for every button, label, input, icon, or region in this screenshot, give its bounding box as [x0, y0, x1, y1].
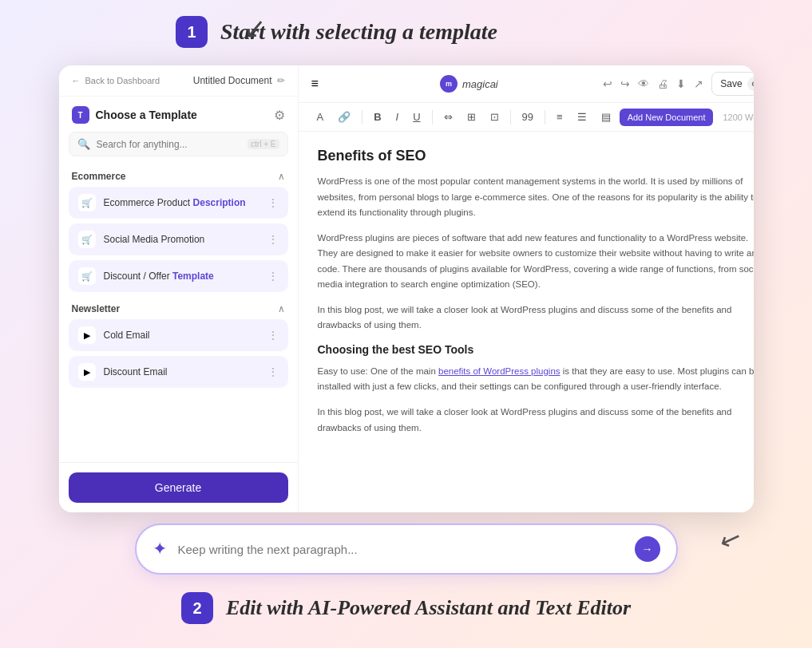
- ai-input[interactable]: [178, 543, 624, 556]
- editor-content[interactable]: Benefits of SEO WordPress is one of the …: [299, 132, 754, 512]
- template-item-left: ▶ Discount Email: [78, 363, 168, 381]
- format-align-center-btn[interactable]: ☰: [572, 108, 592, 126]
- format-divider-4: [545, 110, 545, 124]
- format-link-btn[interactable]: 🔗: [332, 108, 356, 126]
- view-icon[interactable]: 👁: [638, 77, 649, 90]
- template-icon: 🛒: [78, 267, 96, 285]
- generate-button[interactable]: Generate: [69, 472, 288, 503]
- search-bar: 🔍 ctrl + E: [69, 132, 288, 156]
- format-align-right-btn[interactable]: ▤: [596, 108, 616, 126]
- category-newsletter[interactable]: Newsletter ∧: [69, 297, 288, 319]
- template-name: Ecommerce Product Description: [104, 197, 246, 208]
- step2-badge: 2: [181, 592, 213, 624]
- template-more-icon[interactable]: ⋮: [267, 365, 279, 378]
- doc-title-area: Untitled Document ✏: [193, 75, 285, 86]
- template-name: Discount / Offer Template: [104, 271, 214, 282]
- logo-icon: m: [440, 75, 457, 93]
- step1-header: ↙ 1 Start with selecting a template: [176, 16, 497, 48]
- template-item-discount[interactable]: 🛒 Discount / Offer Template ⋮: [69, 260, 288, 292]
- template-name: Social Media Promotion: [104, 234, 205, 245]
- logo-text: magicai: [462, 78, 498, 90]
- sidebar-toggle-icon[interactable]: ≡: [311, 77, 335, 91]
- arrow-decoration-2: ↙: [715, 521, 746, 557]
- format-table-btn[interactable]: ⊞: [461, 108, 481, 126]
- back-label: Back to Dashboard: [85, 76, 160, 85]
- template-icon: ▶: [78, 363, 96, 381]
- template-item-ecommerce-desc[interactable]: 🛒 Ecommerce Product Description ⋮: [69, 187, 288, 219]
- template-more-icon[interactable]: ⋮: [267, 196, 279, 209]
- editor-logo: m magicai: [440, 75, 498, 93]
- word-count: 1200 Words: [723, 113, 753, 122]
- search-input[interactable]: [97, 139, 242, 150]
- download-icon[interactable]: ⬇: [676, 77, 686, 90]
- back-to-dashboard[interactable]: ← Back to Dashboard: [72, 76, 160, 85]
- doc-para-5: In this blog post, we will take a closer…: [318, 405, 754, 436]
- format-link2-btn[interactable]: ⇔: [438, 108, 458, 126]
- save-label: Save: [720, 78, 742, 89]
- step1-badge: 1: [176, 16, 208, 48]
- step2-footer: 2 Edit with AI-Powered Assistant and Tex…: [181, 592, 631, 624]
- doc-para-4: Easy to use: One of the main benefits of…: [318, 364, 754, 395]
- ecommerce-chevron-icon: ∧: [278, 171, 285, 182]
- format-counter-btn[interactable]: 99: [517, 108, 539, 126]
- save-icon: ⊕: [747, 77, 754, 91]
- template-more-icon[interactable]: ⋮: [267, 270, 279, 283]
- sidebar-nav: ← Back to Dashboard Untitled Document ✏: [59, 65, 298, 97]
- redo-icon[interactable]: ↪: [620, 77, 630, 90]
- share-icon[interactable]: ↗: [694, 77, 703, 90]
- main-wrapper: ↙ 1 Start with selecting a template ← Ba…: [0, 0, 812, 648]
- format-image-btn[interactable]: ⊡: [485, 108, 505, 126]
- format-divider: [362, 110, 362, 124]
- doc-para-1: WordPress is one of the most popular con…: [318, 174, 754, 221]
- ecommerce-label: Ecommerce: [72, 171, 126, 182]
- doc-para-2: WordPress plugins are pieces of software…: [318, 231, 754, 293]
- format-bold-btn[interactable]: B: [368, 108, 386, 126]
- undo-icon[interactable]: ↩: [603, 77, 612, 90]
- toolbar-right: ↩ ↪ 👁 🖨 ⬇ ↗ Save ⊕: [603, 72, 753, 96]
- doc-para4-link[interactable]: benefits of WordPress plugins: [438, 366, 560, 376]
- template-item-left: ▶ Cold Email: [78, 326, 150, 344]
- print-icon[interactable]: 🖨: [657, 77, 668, 90]
- ai-send-button[interactable]: →: [635, 536, 660, 562]
- ai-input-bar: ✦ →: [135, 524, 678, 575]
- format-underline-btn[interactable]: U: [407, 108, 426, 126]
- ai-sparkle-icon: ✦: [152, 539, 167, 559]
- format-text-btn[interactable]: A: [311, 108, 330, 126]
- sidebar: ← Back to Dashboard Untitled Document ✏ …: [59, 65, 299, 512]
- sidebar-footer: Generate: [59, 462, 298, 512]
- format-divider-3: [510, 110, 511, 124]
- template-title-group: T Choose a Template: [72, 106, 197, 124]
- newsletter-label: Newsletter: [72, 303, 121, 314]
- template-item-cold-email[interactable]: ▶ Cold Email ⋮: [69, 319, 288, 351]
- category-ecommerce[interactable]: Ecommerce ∧: [69, 164, 288, 187]
- format-italic-btn[interactable]: I: [390, 108, 405, 126]
- doc-para4-before: Easy to use: One of the main: [318, 366, 439, 376]
- editor-topbar: ≡ m magicai ↩ ↪ 👁 🖨 ⬇ ↗ Save ⊕: [299, 65, 754, 103]
- template-more-icon[interactable]: ⋮: [267, 233, 279, 246]
- add-doc-button[interactable]: Add New Document: [620, 109, 714, 126]
- template-icon: 🛒: [78, 194, 96, 211]
- doc-subheading: Choosing the best SEO Tools: [318, 343, 754, 356]
- filter-icon[interactable]: ⚙: [274, 108, 285, 123]
- template-item-left: 🛒 Social Media Promotion: [78, 231, 205, 248]
- edit-icon[interactable]: ✏: [277, 75, 285, 86]
- template-item-discount-email[interactable]: ▶ Discount Email ⋮: [69, 356, 288, 388]
- format-align-left-btn[interactable]: ≡: [551, 108, 568, 126]
- newsletter-chevron-icon: ∧: [278, 303, 285, 314]
- template-item-social[interactable]: 🛒 Social Media Promotion ⋮: [69, 223, 288, 255]
- search-icon: 🔍: [77, 138, 90, 150]
- template-badge: T: [72, 106, 89, 124]
- doc-title: Untitled Document: [193, 75, 272, 86]
- arrow-decoration-1: ↙: [242, 11, 267, 45]
- template-section-header: T Choose a Template ⚙: [59, 97, 298, 132]
- app-window: ← Back to Dashboard Untitled Document ✏ …: [59, 65, 754, 512]
- step2-title: Edit with AI-Powered Assistant and Text …: [226, 596, 631, 620]
- sidebar-body: Ecommerce ∧ 🛒 Ecommerce Product Descript…: [59, 164, 298, 462]
- template-name: Discount Email: [104, 366, 168, 377]
- template-more-icon[interactable]: ⋮: [267, 329, 279, 342]
- template-label: Choose a Template: [96, 109, 197, 121]
- editor-format-bar: A 🔗 B I U ⇔ ⊞ ⊡ 99 ≡ ☰ ▤ Add New Documen…: [299, 103, 754, 132]
- template-item-left: 🛒 Discount / Offer Template: [78, 267, 214, 285]
- save-button[interactable]: Save ⊕: [711, 72, 753, 96]
- template-item-left: 🛒 Ecommerce Product Description: [78, 194, 246, 211]
